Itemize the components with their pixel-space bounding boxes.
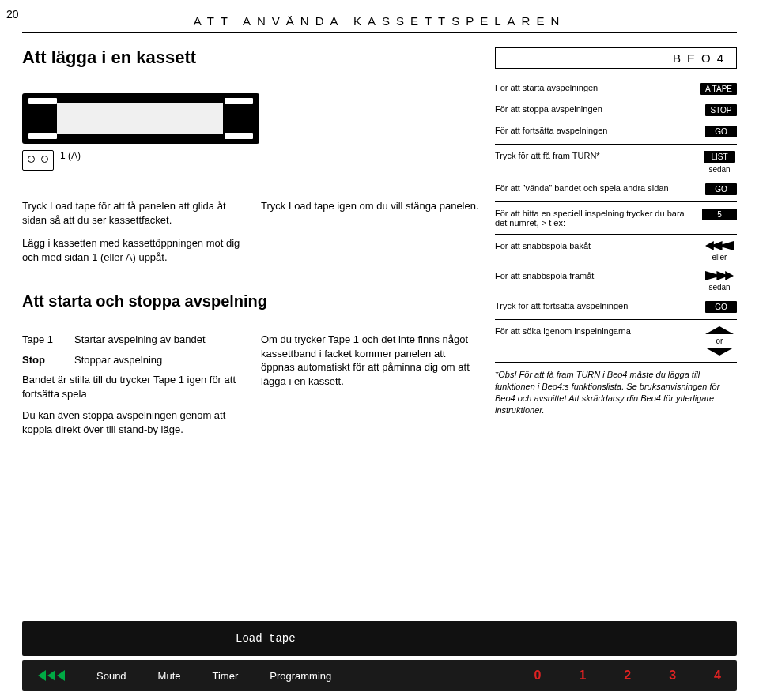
cassette-illustration-row: 1 (A) [22,93,481,171]
btn-num-0[interactable]: 0 [534,668,541,683]
label-sedan-1: sedan [708,165,730,174]
beo4-header: BEO4 [495,47,737,69]
heading-insert-cassette: Att lägga i en kassett [22,47,481,68]
btn-mute[interactable]: Mute [158,670,181,682]
btn-num-3[interactable]: 3 [669,668,676,683]
label-continue-playback: För att fortsätta avspelningen [495,126,697,135]
lcd-display: Load tape [22,621,737,656]
button-row: Sound Mute Timer Programming 0 1 2 3 4 [22,660,737,691]
label-sedan-2: sedan [708,283,730,292]
instr-insert: Lägg i kassetten med kassettöppningen mo… [22,236,242,264]
row-rewind: För att snabbspola bakåt eller [495,236,737,266]
row-flip: För att ”vända” bandet och spela andra s… [495,179,737,200]
label-eller-1: eller [712,253,727,262]
row-tape1: Tape 1 Startar avspelning av bandet [22,333,242,347]
chip-go: GO [705,126,737,137]
btn-sound[interactable]: Sound [96,670,126,682]
instr-open-panel: Tryck Load tape för att få panelen att g… [22,199,242,227]
row-stop: Stop Stoppar avspelning [22,353,242,367]
fast-forward-icon [705,271,734,280]
up-arrow-icon [705,326,734,334]
instr-no-tape: Om du trycker Tape 1 och det inte finns … [261,333,481,388]
btn-num-4[interactable]: 4 [714,668,721,683]
row-find-track: För att hitta en speciell inspelning try… [495,204,737,232]
heading-start-stop: Att starta och stoppa avspelning [22,292,481,310]
chip-go-2: GO [705,183,737,195]
label-fast-forward: För att snabbspola framåt [495,271,694,280]
section-header: ATT ANVÄNDA KASSETTSPELAREN [22,14,737,28]
btn-programming[interactable]: Programming [270,670,331,682]
page-number: 20 [6,8,19,21]
chip-stop: STOP [705,104,737,116]
row-turn: Tryck för att få fram TURN* LIST sedan [495,146,737,179]
chip-go-3: GO [705,301,737,313]
label-tape1: Tape 1 [22,333,66,347]
row-ffwd: För att snabbspola framåt sedan [495,266,737,296]
label-rewind: För att snabbspola bakåt [495,241,694,250]
chip-atape: A TAPE [700,83,737,95]
device-panel: Load tape Sound Mute Timer Programming 0… [22,621,737,691]
label-continue-2: Tryck för att fortsätta avspelningen [495,301,697,310]
label-find-track: För att hitta en speciell inspelning try… [495,209,694,228]
row-continue-2: Tryck för att fortsätta avspelningen GO [495,296,737,318]
instr-continue: Bandet är stilla till du trycker Tape 1 … [22,373,242,401]
label-stop-playback: För att stoppa avspelningen [495,104,697,114]
btn-timer[interactable]: Timer [213,670,239,682]
top-rule [22,32,737,33]
row-start: För att starta avspelningen A TAPE [495,78,737,100]
panel-illustration [277,120,474,171]
row-stop-playback: För att stoppa avspelningen STOP [495,100,737,121]
down-arrow-icon [705,348,734,356]
label-search: För att söka igenom inspelningarna [495,326,694,336]
desc-tape1: Startar avspelning av bandet [74,333,206,347]
btn-num-2[interactable]: 2 [624,668,631,683]
desc-stop: Stoppar avspelning [74,353,162,367]
label-flip-side: För att ”vända” bandet och spela andra s… [495,183,697,193]
chip-list: LIST [704,151,735,163]
label-or-2: or [716,337,723,345]
chip-number-5: 5 [702,209,737,220]
row-continue: För att fortsätta avspelningen GO [495,121,737,142]
instr-standby: Du kan även stoppa avspelningen genom at… [22,408,242,436]
label-start-playback: För att starta avspelningen [495,83,693,92]
instr-close-panel: Tryck Load tape igen om du vill stänga p… [261,199,481,213]
label-turn: Tryck för att få fram TURN* [495,151,694,160]
beo4-footnote: *Obs! För att få fram TURN i Beo4 måste … [495,369,737,416]
cassette-icon [22,150,54,171]
rewind-icon [705,241,734,250]
row-search: För att söka igenom inspelningarna or [495,322,737,360]
cassette-side-label: 1 (A) [60,150,81,161]
cassette-slot-illustration [22,93,259,144]
left-arrow-cluster-icon[interactable] [38,670,65,681]
btn-num-1[interactable]: 1 [579,668,586,683]
lcd-text: Load tape [236,632,296,645]
label-stop: Stop [22,353,66,367]
